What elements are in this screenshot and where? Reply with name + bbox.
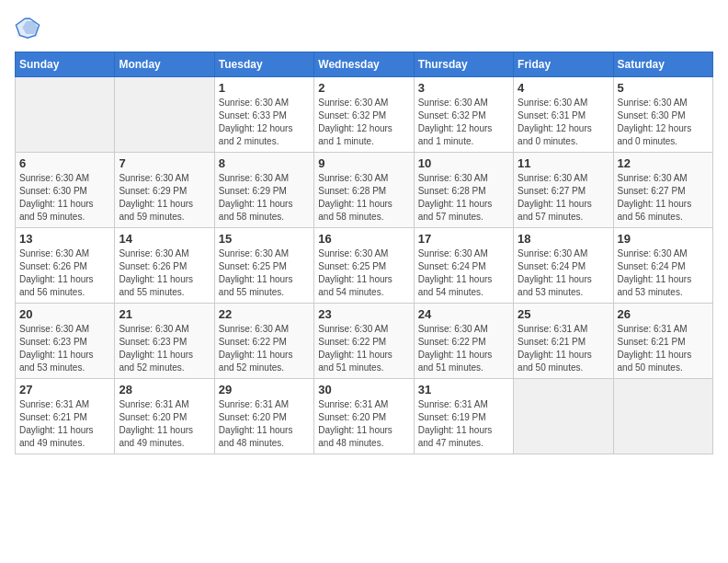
day-number: 29 [219, 383, 310, 396]
day-number: 14 [119, 232, 210, 246]
day-cell: 19Sunrise: 6:30 AM Sunset: 6:24 PM Dayli… [613, 228, 712, 304]
week-row-3: 13Sunrise: 6:30 AM Sunset: 6:26 PM Dayli… [16, 228, 713, 304]
day-number: 21 [119, 307, 210, 321]
day-number: 19 [618, 232, 709, 246]
day-cell: 7Sunrise: 6:30 AM Sunset: 6:29 PM Daylig… [115, 153, 214, 228]
day-number: 10 [418, 156, 509, 170]
day-number: 7 [119, 156, 210, 170]
week-row-5: 27Sunrise: 6:31 AM Sunset: 6:21 PM Dayli… [16, 379, 713, 454]
day-number: 8 [219, 156, 310, 170]
day-info: Sunrise: 6:30 AM Sunset: 6:28 PM Dayligh… [418, 172, 509, 224]
week-row-2: 6Sunrise: 6:30 AM Sunset: 6:30 PM Daylig… [16, 153, 713, 228]
day-number: 22 [219, 307, 310, 321]
day-cell: 6Sunrise: 6:30 AM Sunset: 6:30 PM Daylig… [16, 153, 115, 228]
day-cell: 14Sunrise: 6:30 AM Sunset: 6:26 PM Dayli… [115, 228, 214, 304]
header-cell-saturday: Saturday [613, 52, 712, 77]
day-info: Sunrise: 6:31 AM Sunset: 6:21 PM Dayligh… [618, 323, 709, 374]
day-cell: 2Sunrise: 6:30 AM Sunset: 6:32 PM Daylig… [314, 77, 414, 153]
day-number: 9 [318, 156, 409, 170]
day-number: 31 [418, 383, 509, 396]
day-info: Sunrise: 6:30 AM Sunset: 6:27 PM Dayligh… [518, 172, 609, 224]
day-info: Sunrise: 6:30 AM Sunset: 6:22 PM Dayligh… [219, 323, 310, 374]
day-info: Sunrise: 6:30 AM Sunset: 6:24 PM Dayligh… [618, 247, 709, 299]
day-number: 20 [19, 307, 110, 321]
day-info: Sunrise: 6:30 AM Sunset: 6:23 PM Dayligh… [119, 323, 210, 374]
header-cell-tuesday: Tuesday [214, 52, 313, 77]
day-info: Sunrise: 6:31 AM Sunset: 6:21 PM Dayligh… [19, 398, 110, 450]
calendar-body: 1Sunrise: 6:30 AM Sunset: 6:33 PM Daylig… [16, 77, 713, 454]
day-cell: 28Sunrise: 6:31 AM Sunset: 6:20 PM Dayli… [115, 379, 214, 454]
day-cell: 15Sunrise: 6:30 AM Sunset: 6:25 PM Dayli… [214, 228, 313, 304]
day-cell: 30Sunrise: 6:31 AM Sunset: 6:20 PM Dayli… [314, 379, 414, 454]
day-info: Sunrise: 6:30 AM Sunset: 6:27 PM Dayligh… [618, 172, 709, 224]
day-number: 25 [518, 307, 609, 321]
day-number: 5 [618, 81, 709, 95]
week-row-4: 20Sunrise: 6:30 AM Sunset: 6:23 PM Dayli… [16, 304, 713, 379]
day-cell: 13Sunrise: 6:30 AM Sunset: 6:26 PM Dayli… [16, 228, 115, 304]
day-info: Sunrise: 6:30 AM Sunset: 6:28 PM Dayligh… [318, 172, 409, 224]
day-number: 15 [219, 232, 310, 246]
day-number: 3 [418, 81, 509, 95]
week-row-1: 1Sunrise: 6:30 AM Sunset: 6:33 PM Daylig… [16, 77, 713, 153]
day-number: 6 [19, 156, 110, 170]
day-info: Sunrise: 6:30 AM Sunset: 6:22 PM Dayligh… [418, 323, 509, 374]
day-info: Sunrise: 6:30 AM Sunset: 6:23 PM Dayligh… [19, 323, 110, 374]
day-cell [115, 77, 214, 153]
day-cell: 22Sunrise: 6:30 AM Sunset: 6:22 PM Dayli… [214, 304, 313, 379]
page-header [15, 15, 713, 40]
day-cell: 27Sunrise: 6:31 AM Sunset: 6:21 PM Dayli… [16, 379, 115, 454]
day-cell [514, 379, 613, 454]
day-number: 1 [219, 81, 310, 95]
day-cell: 18Sunrise: 6:30 AM Sunset: 6:24 PM Dayli… [514, 228, 613, 304]
day-info: Sunrise: 6:30 AM Sunset: 6:31 PM Dayligh… [518, 97, 609, 148]
day-cell: 26Sunrise: 6:31 AM Sunset: 6:21 PM Dayli… [613, 304, 712, 379]
day-info: Sunrise: 6:30 AM Sunset: 6:32 PM Dayligh… [418, 97, 509, 148]
day-info: Sunrise: 6:31 AM Sunset: 6:21 PM Dayligh… [518, 323, 609, 374]
day-info: Sunrise: 6:30 AM Sunset: 6:26 PM Dayligh… [119, 247, 210, 299]
day-number: 13 [19, 232, 110, 246]
day-number: 2 [318, 81, 409, 95]
calendar-header: SundayMondayTuesdayWednesdayThursdayFrid… [16, 52, 713, 77]
day-info: Sunrise: 6:31 AM Sunset: 6:19 PM Dayligh… [418, 398, 509, 450]
day-number: 23 [318, 307, 409, 321]
day-info: Sunrise: 6:30 AM Sunset: 6:30 PM Dayligh… [19, 172, 110, 224]
day-cell: 11Sunrise: 6:30 AM Sunset: 6:27 PM Dayli… [514, 153, 613, 228]
logo [15, 15, 44, 40]
day-number: 16 [318, 232, 409, 246]
day-number: 18 [518, 232, 609, 246]
day-number: 24 [418, 307, 509, 321]
day-cell: 20Sunrise: 6:30 AM Sunset: 6:23 PM Dayli… [16, 304, 115, 379]
day-cell: 31Sunrise: 6:31 AM Sunset: 6:19 PM Dayli… [414, 379, 513, 454]
header-cell-sunday: Sunday [16, 52, 115, 77]
header-cell-thursday: Thursday [414, 52, 513, 77]
day-number: 4 [518, 81, 609, 95]
day-number: 30 [318, 383, 409, 396]
day-number: 26 [618, 307, 709, 321]
day-cell: 4Sunrise: 6:30 AM Sunset: 6:31 PM Daylig… [514, 77, 613, 153]
day-cell: 24Sunrise: 6:30 AM Sunset: 6:22 PM Dayli… [414, 304, 513, 379]
day-cell: 5Sunrise: 6:30 AM Sunset: 6:30 PM Daylig… [613, 77, 712, 153]
day-info: Sunrise: 6:30 AM Sunset: 6:22 PM Dayligh… [318, 323, 409, 374]
day-cell: 23Sunrise: 6:30 AM Sunset: 6:22 PM Dayli… [314, 304, 414, 379]
day-cell: 25Sunrise: 6:31 AM Sunset: 6:21 PM Dayli… [514, 304, 613, 379]
day-cell [613, 379, 712, 454]
day-info: Sunrise: 6:30 AM Sunset: 6:29 PM Dayligh… [219, 172, 310, 224]
day-info: Sunrise: 6:30 AM Sunset: 6:24 PM Dayligh… [518, 247, 609, 299]
day-cell: 12Sunrise: 6:30 AM Sunset: 6:27 PM Dayli… [613, 153, 712, 228]
logo-icon [15, 15, 40, 40]
day-info: Sunrise: 6:30 AM Sunset: 6:24 PM Dayligh… [418, 247, 509, 299]
day-info: Sunrise: 6:30 AM Sunset: 6:25 PM Dayligh… [219, 247, 310, 299]
day-cell: 17Sunrise: 6:30 AM Sunset: 6:24 PM Dayli… [414, 228, 513, 304]
day-number: 11 [518, 156, 609, 170]
day-number: 17 [418, 232, 509, 246]
day-cell: 16Sunrise: 6:30 AM Sunset: 6:25 PM Dayli… [314, 228, 414, 304]
header-cell-wednesday: Wednesday [314, 52, 414, 77]
calendar-table: SundayMondayTuesdayWednesdayThursdayFrid… [15, 52, 713, 454]
day-info: Sunrise: 6:30 AM Sunset: 6:33 PM Dayligh… [219, 97, 310, 148]
day-cell: 8Sunrise: 6:30 AM Sunset: 6:29 PM Daylig… [214, 153, 313, 228]
day-cell [16, 77, 115, 153]
header-cell-monday: Monday [115, 52, 214, 77]
day-info: Sunrise: 6:31 AM Sunset: 6:20 PM Dayligh… [219, 398, 310, 450]
header-row: SundayMondayTuesdayWednesdayThursdayFrid… [16, 52, 713, 77]
day-cell: 3Sunrise: 6:30 AM Sunset: 6:32 PM Daylig… [414, 77, 513, 153]
